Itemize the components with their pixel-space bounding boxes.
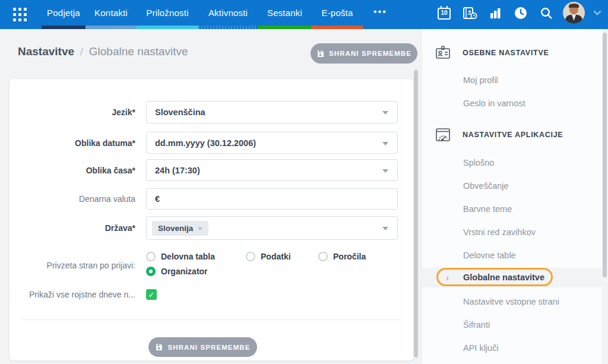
card-divider bbox=[21, 319, 400, 320]
save-icon bbox=[155, 343, 163, 351]
clock-icon[interactable] bbox=[512, 4, 530, 22]
save-changes-button-bottom[interactable]: SHRANI SPREMEMBE bbox=[148, 337, 257, 357]
breadcrumb-separator: / bbox=[80, 46, 83, 58]
top-nav: Podjetja Kontakti Priložnosti Aktivnosti… bbox=[0, 0, 608, 29]
search-icon[interactable] bbox=[537, 4, 555, 22]
tab-aktivnosti[interactable]: Aktivnosti bbox=[198, 0, 258, 29]
birthdays-checkbox[interactable] bbox=[146, 289, 157, 300]
select-arrow-icon bbox=[382, 111, 388, 115]
sidebar-item-api-kljuci[interactable]: API ključi bbox=[422, 340, 608, 356]
sidebar-item-barvne-teme[interactable]: Barvne teme bbox=[422, 201, 608, 217]
chevron-right-icon: › bbox=[446, 268, 449, 287]
country-tag: Slovenija × bbox=[152, 221, 208, 236]
tab-podjetja[interactable]: Podjetja bbox=[42, 0, 86, 29]
calendar-day: 10 bbox=[439, 10, 449, 16]
sidebar-section-personal: OSEBNE NASTAVITVE bbox=[422, 44, 608, 62]
radio-delovna-tabla[interactable]: Delovna tabla bbox=[146, 252, 246, 261]
more-tabs-icon[interactable]: ••• bbox=[363, 0, 387, 26]
breadcrumb-section[interactable]: Nastavitve bbox=[18, 45, 74, 58]
sidebar-item-splosno[interactable]: Splošno bbox=[422, 154, 608, 171]
radio-icon bbox=[146, 252, 156, 261]
radio-podatki[interactable]: Podatki bbox=[246, 252, 318, 261]
select-arrow-icon bbox=[382, 227, 388, 230]
nav-tabs: Podjetja Kontakti Priložnosti Aktivnosti… bbox=[42, 0, 387, 29]
select-arrow-icon bbox=[382, 142, 388, 145]
main-scrollbar-thumb[interactable] bbox=[414, 70, 418, 357]
settings-form-card: Jezik* Slovenščina Oblika datuma* dd.mm.… bbox=[10, 79, 413, 360]
save-icon bbox=[316, 50, 324, 58]
sidebar-item-nastavitve-vstopne-strani[interactable]: Nastavitve vstopne strani bbox=[422, 293, 608, 310]
id-badge-icon bbox=[434, 44, 452, 62]
country-multiselect[interactable]: Slovenija × bbox=[146, 216, 398, 240]
topbar-actions: 10 bbox=[435, 0, 602, 26]
field-label-oblika-casa: Oblika časa* bbox=[10, 166, 146, 175]
radio-porocila[interactable]: Poročila bbox=[318, 252, 366, 261]
page-scrollbar-thumb[interactable] bbox=[603, 33, 607, 277]
sidebar-item-sifranti[interactable]: Šifranti bbox=[422, 316, 608, 333]
radio-organizator[interactable]: Organizator bbox=[146, 267, 208, 276]
field-label-denarna-valuta: Denarna valuta bbox=[10, 194, 146, 204]
sidebar-item-geslo-in-varnost[interactable]: Geslo in varnost bbox=[422, 95, 608, 112]
chevron-down-icon[interactable] bbox=[593, 4, 602, 22]
sidebar-item-vrstni-red-zavihkov[interactable]: Vrstni red zavihkov bbox=[422, 224, 608, 240]
main-panel: Nastavitve / Globalne nastavitve SHRANI … bbox=[0, 29, 422, 364]
sidebar-item-delovne-table[interactable]: Delovne table bbox=[422, 247, 608, 264]
field-label-drzava: Država* bbox=[10, 223, 146, 233]
select-arrow-icon bbox=[382, 169, 388, 173]
sidebar-item-obvescanje[interactable]: Obveščanje bbox=[422, 178, 608, 194]
radio-selected-icon bbox=[146, 267, 156, 276]
sidebar-item-globalne-nastavitve[interactable]: › Globalne nastavitve bbox=[422, 268, 603, 287]
field-label-oblika-datuma: Oblika datuma* bbox=[10, 138, 146, 148]
radio-icon bbox=[318, 252, 328, 261]
currency-input[interactable]: € bbox=[146, 188, 398, 210]
remove-tag-icon[interactable]: × bbox=[198, 224, 202, 233]
tab-kontakti[interactable]: Kontakti bbox=[86, 0, 137, 29]
radio-icon bbox=[246, 252, 255, 261]
tab-eposta[interactable]: E-pošta bbox=[312, 0, 363, 29]
app-grid-icon[interactable] bbox=[13, 8, 27, 21]
calendar-icon[interactable]: 10 bbox=[435, 4, 453, 22]
field-label-jezik: Jezik* bbox=[10, 107, 146, 117]
save-changes-button-top[interactable]: SHRANI SPREMEMBE bbox=[311, 43, 417, 64]
settings-sidebar: OSEBNE NASTAVITVE Moj profil Geslo in va… bbox=[422, 29, 608, 364]
tab-priloznosti[interactable]: Priložnosti bbox=[137, 0, 198, 29]
date-format-select[interactable]: dd.mm.yyyy (30.12.2006) bbox=[146, 132, 398, 154]
field-label-privzeta-stran: Privzeta stran po prijavi: bbox=[10, 261, 146, 270]
avatar[interactable] bbox=[563, 2, 585, 24]
time-format-select[interactable]: 24h (17:30) bbox=[146, 159, 398, 181]
field-label-rojstni-dnevi: Prikaži vse rojstne dneve n... bbox=[10, 290, 146, 299]
page-title: Globalne nastavitve bbox=[89, 45, 188, 58]
tab-sestanki[interactable]: Sestanki bbox=[258, 0, 312, 29]
sidebar-item-moj-profil[interactable]: Moj profil bbox=[422, 72, 608, 88]
sidebar-section-application: NASTAVITVE APLIKACIJE bbox=[422, 126, 608, 144]
address-book-history-icon[interactable] bbox=[461, 4, 479, 22]
language-select[interactable]: Slovenščina bbox=[146, 101, 398, 124]
gauge-window-icon bbox=[434, 126, 452, 144]
bar-chart-icon[interactable] bbox=[486, 4, 504, 22]
breadcrumb: Nastavitve / Globalne nastavitve bbox=[18, 45, 188, 58]
